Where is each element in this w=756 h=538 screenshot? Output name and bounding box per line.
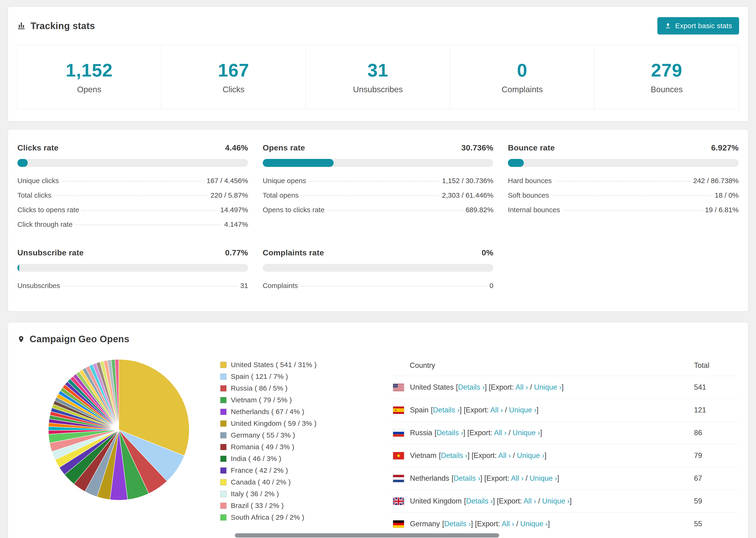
bracket: ] [557, 474, 559, 482]
export-all-link[interactable]: All › [515, 383, 528, 391]
stat-value: 31 [306, 60, 450, 81]
details-link[interactable]: Details › [433, 406, 460, 414]
export-all-link[interactable]: All › [490, 406, 503, 414]
geo-content: United States ( 541 / 31% )Spain ( 121 /… [17, 358, 739, 535]
stat-label: Bounces [594, 85, 739, 94]
country-total: 121 [694, 406, 739, 414]
country-total: 86 [694, 429, 739, 437]
legend-swatch [220, 514, 227, 521]
stat-value: 279 [594, 60, 739, 81]
details-link[interactable]: Details › [458, 383, 485, 391]
export-unique-link[interactable]: Unique › [509, 406, 536, 414]
geo-table-row: Russia [Details ›] [Export: All › / Uniq… [389, 421, 739, 444]
legend-label: Romania ( 49 / 3% ) [231, 443, 295, 451]
country-name: Russia [410, 429, 432, 437]
stat-row-label: Hard bounces [508, 177, 552, 185]
bracket: ] [569, 497, 572, 505]
export-unique-link[interactable]: Unique › [513, 429, 540, 437]
stat-row-value: 220 / 5.87% [211, 191, 248, 199]
rates-card: Clicks rate 4.46% Unique clicks167 / 4.4… [8, 129, 748, 311]
country-total: 67 [694, 474, 739, 483]
geo-table: Country Total United States [Details ›] … [389, 358, 739, 535]
progress-bar-fill [17, 159, 28, 167]
stat-row-label: Total clicks [17, 191, 51, 199]
details-link[interactable]: Details › [441, 452, 468, 459]
country-column-header: Country [389, 361, 694, 370]
bracket: ] [562, 383, 564, 391]
bar-chart-icon [17, 21, 26, 30]
page-title: Tracking stats [30, 21, 95, 31]
export-unique-link[interactable]: Unique › [542, 497, 569, 505]
bracket: ] [460, 406, 462, 414]
export-unique-link[interactable]: Unique › [517, 452, 544, 459]
export-basic-stats-button[interactable]: Export basic stats [657, 17, 739, 34]
stat-row-label: Unique clicks [17, 177, 59, 185]
legend-label: Spain ( 121 / 7% ) [231, 372, 288, 381]
details-link[interactable]: Details › [454, 474, 480, 482]
details-link[interactable]: Details › [466, 497, 493, 505]
country-name: Spain [410, 406, 428, 414]
progress-bar [263, 264, 494, 272]
legend-swatch [220, 373, 227, 380]
rate-percentage: 30.736% [461, 143, 493, 152]
export-all-link[interactable]: All › [498, 452, 511, 459]
stat-box-opens: 1,152 Opens [17, 45, 162, 109]
stat-row-value: 242 / 86.738% [693, 177, 739, 185]
export-icon [665, 22, 672, 29]
bracket: ] [540, 429, 542, 437]
rate-title: Unsubscribe rate [17, 248, 84, 257]
dotted-leader [301, 195, 439, 196]
dotted-leader [552, 195, 712, 196]
stat-row-value: 14.497% [220, 206, 248, 214]
stat-row-label: Soft bounces [508, 191, 549, 199]
geo-table-row: United States [Details ›] [Export: All ›… [389, 376, 739, 399]
rate-block-complaints-rate: Complaints rate 0% Complaints0 [263, 248, 494, 290]
export-all-link[interactable]: All › [523, 497, 536, 505]
legend-label: Italy ( 36 / 2% ) [231, 490, 279, 498]
rate-title: Clicks rate [17, 143, 58, 152]
legend-label: Russia ( 86 / 5% ) [231, 384, 288, 392]
country-total: 79 [694, 452, 739, 460]
bracket: ] [485, 383, 487, 391]
legend-item: Germany ( 55 / 3% ) [220, 431, 361, 439]
stat-row-label: Clicks to opens rate [17, 206, 79, 214]
legend-swatch [220, 491, 227, 497]
bracket: [ [431, 406, 433, 414]
rate-block-opens-rate: Opens rate 30.736% Unique opens1,152 / 3… [263, 143, 494, 228]
details-link[interactable]: Details › [436, 429, 463, 437]
stat-row-value: 167 / 4.456% [207, 177, 248, 185]
stat-row: Internal bounces19 / 6.81% [508, 206, 739, 214]
legend-swatch [220, 444, 227, 450]
legend-label: United States ( 541 / 31% ) [231, 361, 317, 369]
stat-row: Unsubscribes31 [17, 282, 248, 290]
stat-row: Soft bounces18 / 0% [508, 191, 739, 199]
dotted-leader [82, 210, 217, 211]
export-unique-link[interactable]: Unique › [520, 520, 548, 528]
country-total: 59 [694, 497, 739, 506]
stat-row-label: Click through rate [17, 220, 73, 228]
bracket: ] [471, 520, 473, 528]
legend-item: Canada ( 40 / 2% ) [220, 478, 361, 486]
stat-row: Unique clicks167 / 4.456% [17, 177, 248, 185]
export-unique-link[interactable]: Unique › [530, 474, 557, 482]
export-all-link[interactable]: All › [494, 429, 507, 437]
legend-label: Germany ( 55 / 3% ) [231, 431, 295, 439]
stat-row-label: Complaints [263, 282, 298, 290]
flag-vietnam-icon [393, 452, 404, 459]
geo-table-row: Vietnam [Details ›] [Export: All › / Uni… [389, 444, 739, 467]
horizontal-scrollbar[interactable] [235, 533, 499, 538]
export-all-link[interactable]: All › [511, 474, 523, 482]
bracket: ] [544, 452, 547, 459]
rate-title: Bounce rate [508, 143, 555, 152]
stat-label: Opens [17, 85, 161, 94]
legend-item: France ( 42 / 2% ) [220, 466, 361, 474]
stat-box-clicks: 167 Clicks [162, 45, 306, 109]
geo-table-row: Spain [Details ›] [Export: All › / Uniqu… [389, 399, 739, 421]
legend-swatch [220, 479, 227, 485]
stat-row-label: Total opens [263, 191, 298, 199]
bracket: [ [464, 497, 466, 505]
export-unique-link[interactable]: Unique › [534, 383, 562, 391]
export-all-link[interactable]: All › [502, 520, 514, 528]
details-link[interactable]: Details › [444, 520, 471, 528]
legend-item: United Kingdom ( 59 / 3% ) [220, 419, 361, 427]
